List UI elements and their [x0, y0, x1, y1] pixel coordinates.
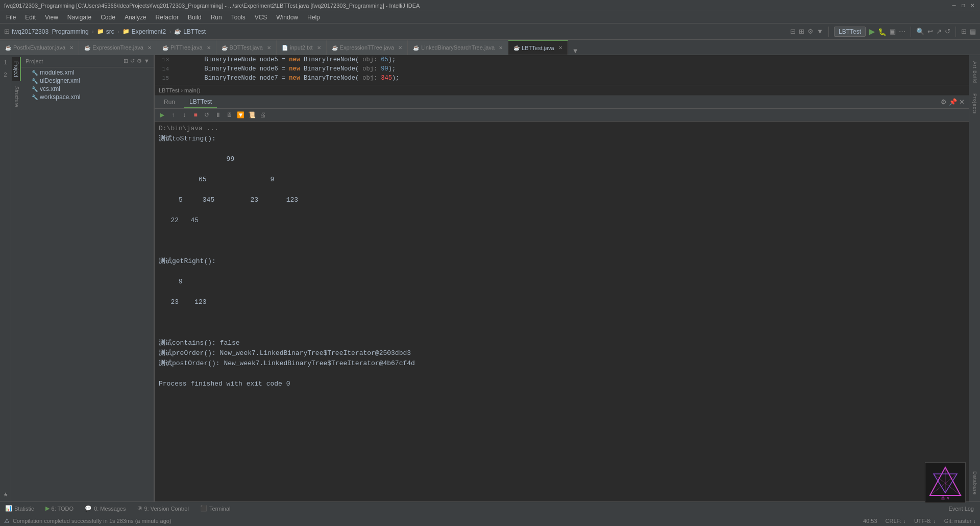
- status-tab-vcs[interactable]: ⑨ 9: Version Control: [132, 503, 194, 514]
- tab-close-pittree[interactable]: ✕: [207, 45, 211, 51]
- right-database[interactable]: Database: [971, 467, 978, 499]
- run-rerun-btn[interactable]: ↺: [202, 110, 212, 120]
- menu-edit[interactable]: Edit: [21, 13, 40, 22]
- menu-tools[interactable]: Tools: [227, 13, 250, 22]
- right-projects[interactable]: Projects: [971, 89, 978, 118]
- run-down-btn[interactable]: ↓: [179, 110, 189, 120]
- run-scroll-btn[interactable]: 📜: [247, 110, 257, 120]
- vertical-tab-structure[interactable]: Structure: [13, 82, 20, 111]
- line-ending[interactable]: CRLF: ↓: [886, 518, 906, 524]
- toolbar-icon1[interactable]: ⊟: [790, 28, 796, 35]
- menu-build[interactable]: Build: [184, 13, 206, 22]
- tab-close-linkedbinarysearchtree[interactable]: ✕: [499, 45, 503, 51]
- sidebar-icon3[interactable]: ⚙: [137, 58, 142, 64]
- run-button[interactable]: ▶: [869, 27, 875, 36]
- status-tab-terminal[interactable]: ⬛ Terminal: [195, 503, 236, 514]
- menu-refactor[interactable]: Refactor: [152, 13, 183, 22]
- tree-workspace-xml[interactable]: 🔧 workspace.xml: [21, 93, 154, 101]
- tab-close-lbttest[interactable]: ✕: [558, 45, 562, 51]
- run-settings-icon[interactable]: ⚙: [941, 98, 947, 106]
- activity-project[interactable]: 1: [1, 57, 11, 67]
- tab-bdttest[interactable]: ☕ BDTTest.java ✕: [216, 40, 277, 55]
- run-tab-run[interactable]: Run: [159, 96, 180, 108]
- toolbar-icon9[interactable]: ⊞: [961, 28, 967, 35]
- cursor-position[interactable]: 40:53: [863, 518, 877, 524]
- statistic-icon: 📊: [5, 505, 12, 512]
- menu-navigate[interactable]: Navigate: [63, 13, 95, 22]
- experiment-breadcrumb[interactable]: Experiment2: [132, 28, 166, 35]
- menu-code[interactable]: Code: [96, 13, 119, 22]
- run-play-btn[interactable]: ▶: [157, 110, 167, 120]
- close-button[interactable]: ✕: [969, 2, 976, 9]
- menu-run[interactable]: Run: [207, 13, 226, 22]
- debug-button[interactable]: 🐛: [878, 28, 887, 36]
- status-tab-todo[interactable]: ▶ 6: TODO: [40, 503, 79, 514]
- menu-vcs[interactable]: VCS: [251, 13, 272, 22]
- run-print-btn[interactable]: 🖨: [258, 110, 268, 120]
- minimize-button[interactable]: ─: [950, 2, 958, 9]
- tab-expressionttree[interactable]: ☕ ExpressionTTree.java ✕: [327, 40, 408, 55]
- run-close-icon[interactable]: ✕: [959, 98, 965, 106]
- run-console-icon[interactable]: 🖥: [224, 110, 234, 120]
- status-tab-statistic[interactable]: 📊 Statistic: [0, 503, 39, 514]
- code-line-13: 13 BinaryTreeNode node5 = new BinaryTree…: [155, 56, 969, 65]
- sidebar-icon2[interactable]: ↺: [130, 58, 135, 64]
- menu-window[interactable]: Window: [272, 13, 302, 22]
- tree-uidesigner-xml[interactable]: 🔧 uiDesigner.xml: [21, 77, 154, 85]
- menu-help[interactable]: Help: [303, 13, 324, 22]
- tab-lbttest[interactable]: ☕ LBTTest.java ✕: [508, 40, 568, 55]
- sidebar-icon1[interactable]: ⊞: [124, 58, 128, 64]
- run-pause-btn[interactable]: ⏸: [213, 110, 223, 120]
- todo-label: 6: TODO: [52, 506, 74, 512]
- activity-favorites[interactable]: ★: [1, 489, 11, 499]
- toolbar-icon6[interactable]: ↩: [927, 28, 933, 35]
- menu-file[interactable]: File: [2, 13, 20, 22]
- lbttest-breadcrumb[interactable]: LBTTest: [183, 28, 206, 35]
- encoding[interactable]: UTF-8: ↓: [914, 518, 936, 524]
- vcs-label: 9: Version Control: [144, 506, 189, 512]
- tab-close-postfixevaluator[interactable]: ✕: [69, 45, 74, 51]
- run-config-label[interactable]: LBTTest: [834, 27, 866, 37]
- toolbar-icon5[interactable]: 🔍: [916, 28, 924, 35]
- tab-close-expressiontree[interactable]: ✕: [148, 45, 152, 51]
- toolbar-icon7[interactable]: ↗: [936, 28, 942, 35]
- tab-input2[interactable]: 📄 input2.txt ✕: [277, 40, 327, 55]
- more-run-btn[interactable]: ⋯: [899, 28, 905, 35]
- run-filter-btn[interactable]: 🔽: [235, 110, 246, 120]
- tab-expressiontree[interactable]: ☕ ExpressionTree.java ✕: [79, 40, 157, 55]
- coverage-button[interactable]: ▣: [890, 28, 896, 35]
- tab-postfixevaluator[interactable]: ☕ PostfixEvaluator.java ✕: [0, 40, 79, 55]
- run-pin-icon[interactable]: 📌: [949, 98, 957, 106]
- tree-vcs-xml[interactable]: 🔧 vcs.xml: [21, 85, 154, 93]
- toolbar-icon2[interactable]: ⊞: [799, 28, 804, 35]
- vertical-tab-project[interactable]: Project: [12, 57, 21, 81]
- project-name[interactable]: fwq20172303_Programming: [12, 28, 89, 35]
- toolbar-icon8[interactable]: ↺: [945, 28, 950, 35]
- toolbar-icon3[interactable]: ⚙: [807, 28, 814, 35]
- git-branch[interactable]: Git: master ↓: [944, 518, 976, 524]
- run-up-btn[interactable]: ↑: [168, 110, 178, 120]
- src-breadcrumb[interactable]: src: [106, 28, 114, 35]
- run-output[interactable]: D:\bin\java ... 测试toString(): 99 65 9 5 …: [155, 122, 969, 501]
- toolbar-icon10[interactable]: ▤: [970, 28, 976, 35]
- right-art-build[interactable]: Art Build: [971, 57, 978, 87]
- tab-close-expressionttree[interactable]: ✕: [398, 45, 402, 51]
- status-tab-messages[interactable]: 💬 0: Messages: [80, 503, 131, 514]
- tab-close-input2[interactable]: ✕: [317, 45, 321, 51]
- maximize-button[interactable]: □: [960, 2, 967, 9]
- tab-overflow-btn[interactable]: ▼: [570, 47, 581, 55]
- tab-pittree[interactable]: ☕ PITTree.java ✕: [157, 40, 216, 55]
- toolbar-icon4[interactable]: ▼: [817, 28, 823, 35]
- menu-analyze[interactable]: Analyze: [120, 13, 151, 22]
- activity-structure[interactable]: 2: [1, 69, 11, 80]
- tab-close-bdttest[interactable]: ✕: [267, 45, 271, 51]
- messages-label: 0: Messages: [94, 506, 126, 512]
- output-blank2: [159, 164, 965, 175]
- tree-modules-xml[interactable]: 🔧 modules.xml: [21, 68, 154, 77]
- event-log-btn[interactable]: Event Log: [948, 506, 974, 512]
- sidebar-icon4[interactable]: ▼: [144, 58, 150, 64]
- run-tab-lbttest[interactable]: LBTTest: [184, 96, 217, 108]
- run-stop-btn[interactable]: ■: [190, 110, 201, 120]
- menu-view[interactable]: View: [41, 13, 62, 22]
- tab-linkedbinarysearchtree[interactable]: ☕ LinkedBinarySearchTree.java ✕: [408, 40, 508, 55]
